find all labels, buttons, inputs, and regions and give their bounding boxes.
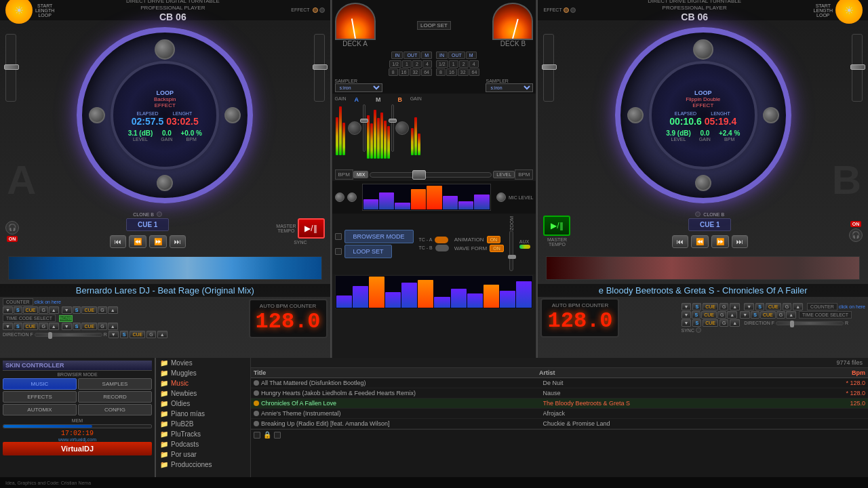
deck-b-pitch-right[interactable] xyxy=(852,34,863,102)
deck-a-g-btn-4[interactable]: G xyxy=(98,323,106,330)
sampler-b-select[interactable]: s:iron xyxy=(486,83,533,92)
deck-a-arrow-down-3[interactable]: ▼ xyxy=(62,306,72,314)
deck-a-arrow-down-4[interactable]: ▼ xyxy=(62,323,72,330)
loop-set-btn[interactable]: LOOP SET xyxy=(344,245,393,258)
deck-b-top-knob[interactable] xyxy=(693,39,713,60)
deck-a-click-on[interactable]: click on here xyxy=(35,300,61,304)
file-row-3[interactable]: Annie's Theme (Instrumental) Afrojack xyxy=(251,409,868,419)
deck-a-g-btn-1[interactable]: G xyxy=(39,306,47,314)
loop-in-btn-a[interactable]: IN xyxy=(391,52,403,59)
sampler-a-select[interactable]: s:iron xyxy=(335,83,382,92)
loop-4-b[interactable]: 4 xyxy=(469,60,479,68)
folder-producciones[interactable]: 📁 Producciones xyxy=(156,460,250,470)
loop-set-check[interactable] xyxy=(335,248,342,255)
deck-b-s-btn-4[interactable]: S xyxy=(751,311,760,319)
deck-a-arrow-up-1[interactable]: ▲ xyxy=(49,306,59,314)
loop-out-btn-a[interactable]: OUT xyxy=(403,52,420,59)
deck-b-arrow-up-1[interactable]: ▲ xyxy=(730,303,740,310)
animation-on[interactable]: ON xyxy=(487,236,501,243)
record-btn[interactable]: RECORD xyxy=(78,391,152,403)
deck-b-cue-mini-3[interactable]: CUE xyxy=(766,303,781,310)
deck-b-s-btn-5[interactable]: S xyxy=(692,319,701,327)
deck-b-arrow-down-3[interactable]: ▼ xyxy=(744,303,754,310)
deck-a-direction-slider[interactable] xyxy=(35,333,102,337)
folder-movies[interactable]: 📁 Movies xyxy=(156,358,250,368)
file-row-0[interactable]: All That Mattered (Disfunktion Bootleg) … xyxy=(251,378,868,388)
music-btn[interactable]: MUSIC xyxy=(3,378,77,390)
deck-a-arrow-up-5[interactable]: ▲ xyxy=(157,331,167,338)
folder-music[interactable]: 📁 Music xyxy=(156,378,250,388)
deck-a-acne[interactable]: ACNE xyxy=(59,315,73,322)
loop-in-btn-b[interactable]: IN xyxy=(436,52,448,59)
folder-piano[interactable]: 📁 Piano mías xyxy=(156,409,250,419)
loop-4[interactable]: 4 xyxy=(422,60,432,68)
loop-16-b[interactable]: 16 xyxy=(446,68,457,76)
loop-32-b[interactable]: 32 xyxy=(458,68,469,76)
deck-a-cue-mini-2[interactable]: CUE xyxy=(23,323,39,330)
deck-a-headphone[interactable]: 🎧 xyxy=(5,221,19,235)
deck-b-disc[interactable]: LOOP Flippin DoubleEFFECT ELAPSED 00:10.… xyxy=(615,27,791,203)
level-label-btn[interactable]: LEVEL xyxy=(493,171,515,178)
loop-1-b[interactable]: 1 xyxy=(449,60,458,68)
deck-a-clone-dot[interactable] xyxy=(157,211,162,217)
deck-b-arrow-up-5[interactable]: ▲ xyxy=(730,319,740,327)
mix-knob-c[interactable] xyxy=(496,192,506,202)
deck-a-g-btn-5[interactable]: G xyxy=(146,331,155,338)
loop-2[interactable]: 2 xyxy=(412,60,422,68)
deck-a-pitch-slider[interactable] xyxy=(5,34,16,102)
deck-a-cue-mini-3[interactable]: CUE xyxy=(81,306,97,314)
folder-newbies[interactable]: 📁 Newbies xyxy=(156,388,250,399)
deck-a-g-btn-2[interactable]: G xyxy=(39,323,47,330)
mix-label[interactable]: MIX xyxy=(353,171,368,178)
folder-plub2b[interactable]: 📁 PluB2B xyxy=(156,419,250,429)
config-btn[interactable]: CONFIG xyxy=(78,404,152,415)
folder-por-usar[interactable]: 📁 Por usar xyxy=(156,449,250,460)
tc-b-toggle[interactable] xyxy=(435,245,449,251)
file-row-4[interactable]: Breaking Up (Radio Edit) [feat. Amanda W… xyxy=(251,419,868,429)
effects-btn[interactable]: EFFECTS xyxy=(3,391,77,403)
deck-b-arrow-down-1[interactable]: ▼ xyxy=(682,303,692,310)
deck-a-next[interactable]: ⏩ xyxy=(149,235,167,248)
deck-b-right-knob[interactable] xyxy=(763,107,779,123)
deck-b-arrow-up-4[interactable]: ▲ xyxy=(786,311,796,319)
bpm-right-btn[interactable]: BPM xyxy=(515,169,533,180)
bottom-check-2[interactable] xyxy=(274,432,281,439)
deck-b-click-on[interactable]: click on here xyxy=(839,304,865,309)
deck-a-s-btn-3[interactable]: S xyxy=(73,306,81,314)
loop-m-btn-a[interactable]: M xyxy=(421,52,432,59)
crossfader[interactable] xyxy=(370,172,492,178)
website-link[interactable]: www.virtualdj.com xyxy=(3,437,152,442)
deck-b-g-btn-4[interactable]: G xyxy=(776,311,785,319)
loop-64-b[interactable]: 64 xyxy=(469,68,480,76)
fader-b[interactable] xyxy=(391,104,394,152)
deck-b-play-pause[interactable]: ▶/‖ xyxy=(543,216,570,236)
effect-dot-b1[interactable] xyxy=(564,7,569,13)
deck-a-g-btn-3[interactable]: G xyxy=(98,306,106,314)
deck-a-next-next[interactable]: ⏭ xyxy=(170,235,186,248)
deck-b-g-btn-1[interactable]: G xyxy=(719,303,728,310)
deck-b-cue-label[interactable]: CUE 1 xyxy=(688,218,731,231)
mix-knob-b[interactable] xyxy=(347,192,357,202)
deck-b-cue-mini-5[interactable]: CUE xyxy=(703,319,718,327)
deck-b-cue-mini-4[interactable]: CUE xyxy=(760,311,776,319)
deck-a-cue-mini-1[interactable]: CUE xyxy=(23,306,39,314)
effect-dot-b2[interactable] xyxy=(570,7,576,13)
deck-b-s-btn-3[interactable]: S xyxy=(755,303,764,310)
deck-b-pitch-left[interactable] xyxy=(543,34,554,102)
deck-b-clone-dot[interactable] xyxy=(695,211,701,217)
deck-a-arrow-down-1[interactable]: ▼ xyxy=(3,306,13,314)
deck-a-arrow-down-2[interactable]: ▼ xyxy=(3,323,13,330)
folder-podcasts[interactable]: 📁 Podcasts xyxy=(156,439,250,449)
deck-a-top-knob[interactable] xyxy=(155,39,175,60)
browser-mode-btn[interactable]: BROWSER MODE xyxy=(344,230,414,243)
mix-knob-a[interactable] xyxy=(335,192,344,202)
loop-8[interactable]: 8 xyxy=(389,68,398,76)
folder-oldies[interactable]: 📁 Oldies xyxy=(156,399,250,409)
deck-a-pitch-slider-right[interactable] xyxy=(314,34,325,102)
deck-a-s-btn-1[interactable]: S xyxy=(14,306,22,314)
deck-a-left-knob[interactable] xyxy=(89,107,105,123)
bottom-check-1[interactable] xyxy=(254,432,260,439)
effect-dot-2[interactable] xyxy=(319,7,325,13)
loop-1[interactable]: 1 xyxy=(402,60,412,68)
deck-b-headphone[interactable]: 🎧 xyxy=(849,228,863,242)
